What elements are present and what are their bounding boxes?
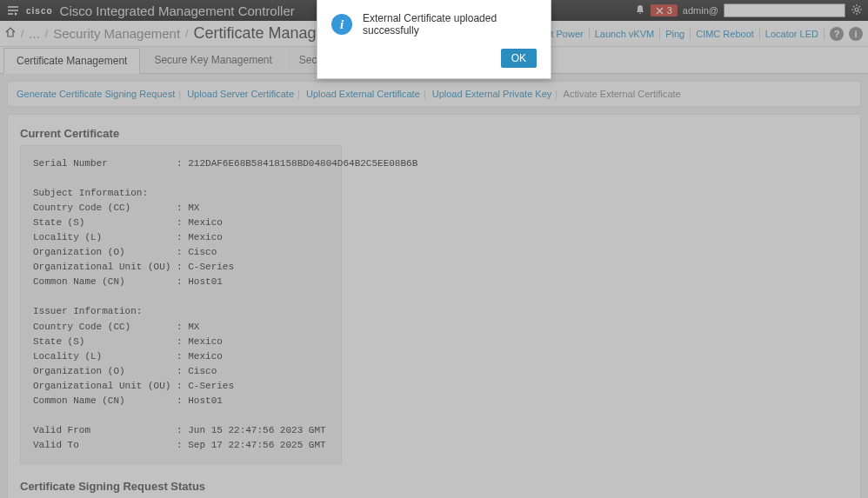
modal-overlay: i External Certificate uploaded successf… xyxy=(0,0,868,498)
modal-message: External Certificate uploaded successful… xyxy=(363,12,537,37)
upload-success-modal: i External Certificate uploaded successf… xyxy=(317,0,551,79)
modal-ok-button[interactable]: OK xyxy=(501,49,537,68)
modal-info-icon: i xyxy=(331,14,352,35)
